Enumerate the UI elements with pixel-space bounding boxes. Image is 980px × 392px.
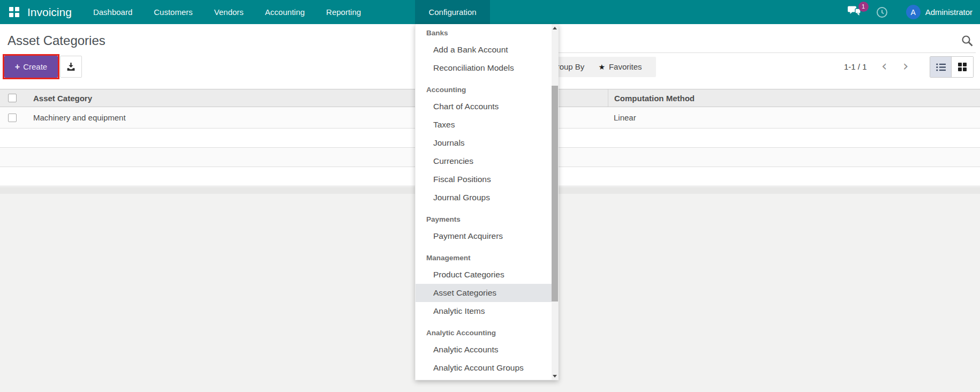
- nav-item-vendors[interactable]: Vendors: [203, 0, 254, 24]
- nav-item-customers[interactable]: Customers: [143, 0, 203, 24]
- scrollbar-thumb[interactable]: [552, 86, 558, 301]
- menu-item-journal-groups[interactable]: Journal Groups: [416, 189, 552, 207]
- column-header-computation-method[interactable]: Computation Method: [608, 89, 695, 107]
- menu-item-fiscal-positions[interactable]: Fiscal Positions: [416, 170, 552, 189]
- view-switcher: [930, 56, 974, 78]
- dropdown-scrollbar[interactable]: [552, 24, 558, 380]
- menu-item-reconciliation-models[interactable]: Reconciliation Models: [416, 59, 552, 77]
- favorites-label: Favorites: [609, 57, 642, 77]
- menu-item-add-a-bank-account[interactable]: Add a Bank Account: [416, 41, 552, 59]
- favorites-button[interactable]: ★ Favorites: [598, 57, 655, 77]
- nav-item-reporting[interactable]: Reporting: [315, 0, 372, 24]
- username: Administrator: [925, 7, 973, 17]
- row-checkbox[interactable]: [8, 114, 17, 122]
- menu-section-management: Management: [416, 251, 552, 266]
- create-button-highlight: [3, 54, 59, 79]
- cell-computation-method: Linear: [608, 107, 636, 128]
- apps-grid-square: [15, 13, 19, 17]
- select-all-checkbox[interactable]: [8, 94, 17, 102]
- menu-item-currencies[interactable]: Currencies: [416, 152, 552, 170]
- menu-item-payment-acquirers[interactable]: Payment Acquirers: [416, 227, 552, 245]
- pager-next-button[interactable]: ›: [903, 55, 908, 77]
- menu-item-analytic-accounts[interactable]: Analytic Accounts: [416, 341, 552, 359]
- menu-item-chart-of-accounts[interactable]: Chart of Accounts: [416, 97, 552, 116]
- user-menu[interactable]: A Administrator: [906, 5, 973, 19]
- messages-button[interactable]: 1: [848, 6, 861, 19]
- list-view-button[interactable]: [930, 57, 952, 77]
- star-icon: ★: [598, 57, 605, 77]
- nav-item-dashboard[interactable]: Dashboard: [82, 0, 143, 24]
- search-icon[interactable]: [961, 34, 974, 49]
- menu-item-journals[interactable]: Journals: [416, 134, 552, 152]
- nav-item-accounting[interactable]: Accounting: [254, 0, 315, 24]
- configuration-dropdown: Banks Add a Bank Account Reconciliation …: [415, 24, 559, 380]
- pager-previous-button[interactable]: ‹: [881, 55, 887, 77]
- apps-grid-square: [9, 7, 13, 11]
- nav-item-configuration[interactable]: Configuration: [415, 0, 490, 24]
- apps-grid-square: [9, 13, 13, 17]
- menu-section-accounting: Accounting: [416, 82, 552, 97]
- menu-item-product-categories[interactable]: Product Categories: [416, 266, 552, 284]
- export-button[interactable]: [60, 56, 82, 78]
- download-icon: [66, 62, 76, 71]
- activity-clock-icon: [876, 6, 888, 18]
- app-title[interactable]: Invoicing: [27, 6, 72, 19]
- list-view-icon: [936, 63, 946, 71]
- apps-grid-icon[interactable]: [9, 7, 19, 17]
- kanban-view-icon: [958, 63, 967, 71]
- navbar-right: 1 A Administrator: [848, 0, 973, 24]
- avatar: A: [906, 5, 921, 19]
- menu-section-analytic-accounting: Analytic Accounting: [416, 326, 552, 341]
- menu-item-asset-categories[interactable]: Asset Categories: [416, 284, 552, 302]
- menu-item-analytic-account-groups[interactable]: Analytic Account Groups: [416, 359, 552, 377]
- apps-grid-square: [15, 7, 19, 11]
- notification-badge: 1: [858, 2, 869, 12]
- menu-item-taxes[interactable]: Taxes: [416, 116, 552, 134]
- scrollbar-down-icon[interactable]: [552, 372, 558, 380]
- activities-button[interactable]: [876, 6, 888, 18]
- configuration-menu-list: Banks Add a Bank Account Reconciliation …: [416, 24, 552, 377]
- search-input-underline: [536, 52, 976, 53]
- menu-section-banks: Banks: [416, 24, 552, 41]
- menu-section-payments: Payments: [416, 212, 552, 227]
- page-title: Asset Categories: [7, 33, 105, 48]
- scrollbar-up-icon[interactable]: [552, 24, 558, 32]
- kanban-view-button[interactable]: [952, 57, 973, 77]
- menu-item-analytic-items[interactable]: Analytic Items: [416, 302, 552, 320]
- pager-range: 1-1 / 1: [844, 57, 867, 77]
- top-navbar: Invoicing Dashboard Customers Vendors Ac…: [0, 0, 980, 24]
